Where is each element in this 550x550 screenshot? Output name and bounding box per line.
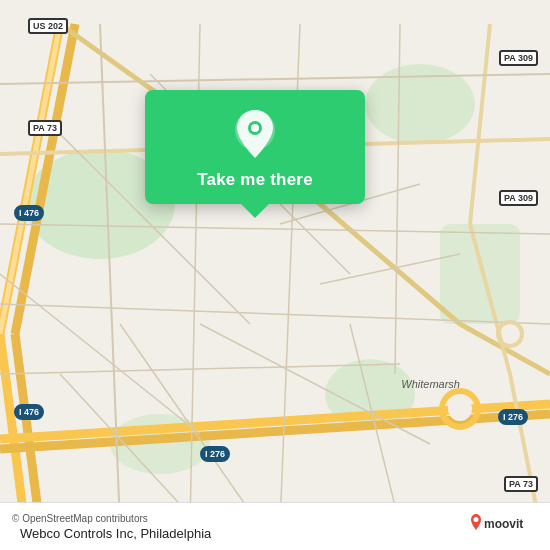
popup-label: Take me there [197,170,313,190]
location-icon-wrapper [229,108,281,160]
svg-point-42 [251,124,259,132]
badge-i476-top: I 476 [14,205,44,221]
location-pin-icon [233,108,277,160]
badge-pa73-left: PA 73 [28,120,62,136]
badge-i476-bot: I 476 [14,404,44,420]
svg-line-20 [0,74,550,84]
popup-card[interactable]: Take me there [145,90,365,204]
svg-line-17 [470,24,490,224]
osm-credit: © OpenStreetMap contributors [12,513,211,524]
badge-i276-right: I 276 [498,409,528,425]
place-name: Webco Controls Inc, Philadelphia [20,526,211,541]
badge-pa309-top: PA 309 [499,50,538,66]
bottom-bar: © OpenStreetMap contributors Webco Contr… [0,502,550,550]
osm-credit-text: © OpenStreetMap contributors [12,513,148,524]
badge-pa73-right: PA 73 [504,476,538,492]
bottom-left-section: © OpenStreetMap contributors Webco Contr… [12,513,211,541]
svg-line-33 [320,254,460,284]
svg-point-43 [474,517,479,522]
whitemarsh-label: Whitemarsh [401,378,460,390]
badge-i276-bot: I 276 [200,446,230,462]
svg-rect-4 [440,224,520,324]
svg-point-39 [498,322,522,346]
moovit-logo: moovit [470,512,538,542]
moovit-logo-svg: moovit [470,512,538,542]
badge-pa309-mid: PA 309 [499,190,538,206]
svg-point-38 [448,397,472,421]
badge-us202: US 202 [28,18,68,34]
svg-text:moovit: moovit [484,517,523,531]
svg-line-21 [100,24,120,526]
map-container: US 202 PA 73 PA 73 PA 309 PA 309 I 476 I… [0,0,550,550]
map-roads [0,0,550,550]
